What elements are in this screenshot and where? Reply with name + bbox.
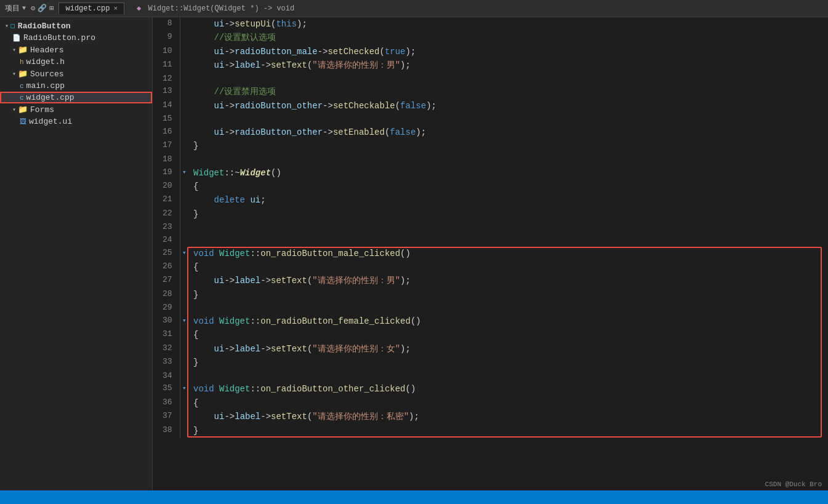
line-number: 18 — [153, 153, 180, 166]
line-code: void Widget::on_radioButton_female_click… — [188, 314, 828, 328]
table-row: 13 //设置禁用选项 — [153, 85, 828, 98]
line-number: 14 — [153, 99, 180, 113]
table-row: 29 — [153, 302, 828, 314]
fold-arrow — [180, 370, 188, 383]
table-row: 32 ui->label->setText("请选择你的性别：女"); — [153, 342, 828, 356]
fold-arrow — [180, 356, 188, 369]
sidebar-item-forms[interactable]: ▾ 📁 Forms — [0, 103, 152, 116]
line-number: 36 — [153, 396, 180, 410]
table-row: 34 — [153, 370, 828, 383]
table-row: 36 { — [153, 396, 828, 410]
line-code — [188, 153, 828, 166]
main-container: ▾ ◻ RadioButton 📄 RadioButton.pro ▾ 📁 He… — [0, 17, 828, 490]
fold-arrow — [180, 45, 188, 58]
fold-arrow — [180, 17, 188, 31]
fold-arrow — [180, 99, 188, 113]
sidebar-item-radiobutton-pro[interactable]: 📄 RadioButton.pro — [0, 32, 152, 44]
project-icon: ◻ — [10, 21, 15, 31]
sources-label: Sources — [30, 70, 64, 79]
folder-icon-sources: 📁 — [18, 69, 28, 79]
cpp-file-icon-widget: c — [20, 94, 24, 102]
line-code — [188, 113, 828, 126]
fold-arrow — [180, 221, 188, 234]
line-code: void Widget::on_radioButton_other_clicke… — [188, 382, 828, 396]
table-row: 30 ▾ void Widget::on_radioButton_female_… — [153, 314, 828, 328]
chevron-down-icon-forms: ▾ — [12, 106, 16, 113]
link-icon[interactable]: 🔗 — [38, 4, 47, 13]
fold-arrow — [180, 410, 188, 423]
line-number: 17 — [153, 139, 180, 153]
line-code: Widget::~Widget() — [188, 166, 828, 180]
table-row: 17 } — [153, 139, 828, 153]
main-cpp-label: main.cpp — [26, 81, 65, 90]
tab-close-icon[interactable]: × — [114, 5, 118, 12]
fold-arrow — [180, 31, 188, 44]
sidebar-item-sources[interactable]: ▾ 📁 Sources — [0, 68, 152, 80]
table-row: 16 ui->radioButton_other->setEnabled(fal… — [153, 126, 828, 139]
fold-arrow — [180, 113, 188, 126]
sidebar-item-widget-cpp[interactable]: c widget.cpp — [0, 92, 152, 103]
fold-arrow — [180, 302, 188, 314]
line-code: ui->label->setText("请选择你的性别：女"); — [188, 342, 828, 356]
line-number: 16 — [153, 126, 180, 139]
fold-arrow — [180, 153, 188, 166]
line-code: } — [188, 288, 828, 302]
pro-file-label: RadioButton.pro — [23, 33, 95, 42]
line-number: 31 — [153, 328, 180, 342]
file-tab[interactable]: widget.cpp × — [58, 2, 124, 14]
line-number: 27 — [153, 274, 180, 287]
code-editor[interactable]: 8 ui->setupUi(this); 9 //设置默认选项 10 ui->r… — [153, 17, 828, 490]
table-row: 35 ▾ void Widget::on_radioButton_other_c… — [153, 382, 828, 396]
chevron-down-icon-sources: ▾ — [12, 70, 16, 78]
fold-arrow[interactable]: ▾ — [180, 247, 188, 260]
sidebar-item-radiobutton-root[interactable]: ▾ ◻ RadioButton — [0, 20, 152, 32]
table-row: 28 } — [153, 288, 828, 302]
filter-icon[interactable]: ⚙ — [31, 4, 35, 13]
fold-arrow — [180, 328, 188, 342]
fold-arrow[interactable]: ▾ — [180, 382, 188, 396]
dropdown-icon[interactable]: ▼ — [22, 5, 26, 12]
line-number: 37 — [153, 410, 180, 423]
grid-icon[interactable]: ⊞ — [49, 4, 54, 13]
sidebar-item-main-cpp[interactable]: c main.cpp — [0, 80, 152, 92]
table-row: 24 — [153, 234, 828, 247]
cpp-file-icon-main: c — [20, 82, 24, 90]
table-row: 14 ui->radioButton_other->setCheckable(f… — [153, 99, 828, 113]
table-row: 8 ui->setupUi(this); — [153, 17, 828, 31]
fold-arrow[interactable]: ▾ — [180, 166, 188, 180]
breadcrumb: ◆ Widget::Widget(QWidget *) -> void — [137, 4, 294, 13]
line-code: ui->label->setText("请选择你的性别：男"); — [188, 274, 828, 287]
fold-arrow — [180, 85, 188, 98]
widget-ui-label: widget.ui — [29, 117, 72, 126]
sidebar-item-widget-h[interactable]: h widget.h — [0, 56, 152, 68]
line-code — [188, 73, 828, 86]
fold-arrow — [180, 73, 188, 86]
line-number: 32 — [153, 342, 180, 356]
pro-file-icon: 📄 — [12, 34, 21, 42]
fold-arrow — [180, 342, 188, 356]
sidebar-item-widget-ui[interactable]: 🖼 widget.ui — [0, 116, 152, 127]
line-number: 34 — [153, 370, 180, 383]
line-number: 21 — [153, 193, 180, 207]
fold-arrow — [180, 207, 188, 221]
table-row: 33 } — [153, 356, 828, 369]
fold-arrow — [180, 58, 188, 72]
table-row: 21 delete ui; — [153, 193, 828, 207]
table-row: 12 — [153, 73, 828, 86]
line-number: 38 — [153, 424, 180, 438]
sidebar-item-headers[interactable]: ▾ 📁 Headers — [0, 44, 152, 56]
line-number: 9 — [153, 31, 180, 44]
fold-arrow[interactable]: ▾ — [180, 314, 188, 328]
line-number: 19 — [153, 166, 180, 180]
line-number: 15 — [153, 113, 180, 126]
fold-arrow — [180, 139, 188, 153]
line-code: //设置禁用选项 — [188, 85, 828, 98]
headers-label: Headers — [30, 46, 64, 55]
line-code — [188, 370, 828, 383]
chevron-down-icon-headers: ▾ — [12, 46, 16, 54]
line-number: 33 — [153, 356, 180, 369]
line-number: 23 — [153, 221, 180, 234]
table-row: 27 ui->label->setText("请选择你的性别：男"); — [153, 274, 828, 287]
widget-h-label: widget.h — [26, 57, 65, 66]
fold-arrow — [180, 396, 188, 410]
